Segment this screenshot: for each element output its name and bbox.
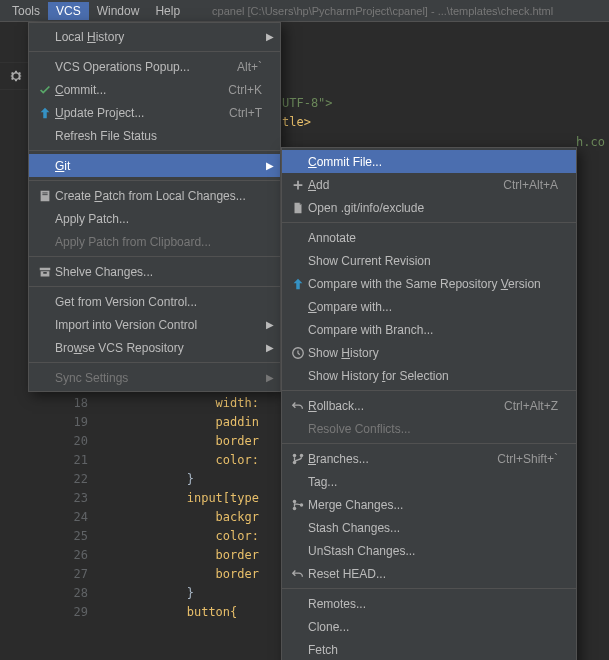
vcs-menu-item-update-project[interactable]: Update Project...Ctrl+T	[29, 101, 280, 124]
menu-separator	[29, 362, 280, 363]
git-menu-item-compare-with-the-same-repository-version[interactable]: Compare with the Same Repository Version	[282, 272, 576, 295]
menu-item-label: Apply Patch from Clipboard...	[55, 235, 262, 249]
shelve-icon	[35, 265, 55, 279]
svg-point-7	[293, 499, 297, 503]
vcs-menu-item-git[interactable]: Git▶	[29, 154, 280, 177]
menu-shortcut: Ctrl+Alt+Z	[504, 399, 558, 413]
menu-shortcut: Ctrl+T	[229, 106, 262, 120]
vcs-menu-item-shelve-changes[interactable]: Shelve Changes...	[29, 260, 280, 283]
git-menu-item-compare-with-branch[interactable]: Compare with Branch...	[282, 318, 576, 341]
submenu-arrow-icon: ▶	[266, 319, 274, 330]
git-menu-item-add[interactable]: AddCtrl+Alt+A	[282, 173, 576, 196]
git-menu-item-merge-changes[interactable]: Merge Changes...	[282, 493, 576, 516]
menu-item-label: Show History	[308, 346, 558, 360]
git-menu-item-stash-changes[interactable]: Stash Changes...	[282, 516, 576, 539]
submenu-arrow-icon: ▶	[266, 342, 274, 353]
submenu-arrow-icon: ▶	[266, 31, 274, 42]
menu-item-label: Create Patch from Local Changes...	[55, 189, 262, 203]
menu-separator	[282, 390, 576, 391]
file-icon	[288, 201, 308, 215]
vcs-menu-item-refresh-file-status[interactable]: Refresh File Status	[29, 124, 280, 147]
vcs-menu-item-browse-vcs-repository[interactable]: Browse VCS Repository▶	[29, 336, 280, 359]
menu-item-label: Tag...	[308, 475, 558, 489]
svg-rect-0	[41, 190, 50, 201]
git-menu-item-rollback[interactable]: Rollback...Ctrl+Alt+Z	[282, 394, 576, 417]
git-menu-item-fetch[interactable]: Fetch	[282, 638, 576, 660]
menu-item-label: Commit File...	[308, 155, 558, 169]
menu-separator	[282, 443, 576, 444]
menu-shortcut: Alt+`	[237, 60, 262, 74]
menu-separator	[29, 51, 280, 52]
menu-item-label: Refresh File Status	[55, 129, 262, 143]
code-fragment-right: h.co	[576, 135, 605, 149]
menu-item-label: Get from Version Control...	[55, 295, 262, 309]
vcs-menu-item-vcs-operations-popup[interactable]: VCS Operations Popup...Alt+`	[29, 55, 280, 78]
line-number: 26	[64, 546, 94, 565]
line-number: 25	[64, 527, 94, 546]
line-number: 29	[64, 603, 94, 622]
menu-window[interactable]: Window	[89, 2, 148, 20]
git-menu-item-compare-with[interactable]: Compare with...	[282, 295, 576, 318]
arrow-blue-icon	[35, 106, 55, 120]
vcs-menu-item-commit[interactable]: Commit...Ctrl+K	[29, 78, 280, 101]
menu-item-label: Show Current Revision	[308, 254, 558, 268]
menu-item-label: VCS Operations Popup...	[55, 60, 209, 74]
git-menu-item-annotate[interactable]: Annotate	[282, 226, 576, 249]
line-number: 27	[64, 565, 94, 584]
vcs-menu-item-import-into-version-control[interactable]: Import into Version Control▶	[29, 313, 280, 336]
line-number: 20	[64, 432, 94, 451]
menu-separator	[282, 222, 576, 223]
menu-item-label: Reset HEAD...	[308, 567, 558, 581]
menu-item-label: Apply Patch...	[55, 212, 262, 226]
git-menu-item-show-history[interactable]: Show History	[282, 341, 576, 364]
line-number: 21	[64, 451, 94, 470]
menu-vcs[interactable]: VCS	[48, 2, 89, 20]
menu-item-label: Compare with the Same Repository Version	[308, 277, 558, 291]
menu-separator	[29, 180, 280, 181]
git-menu-item-resolve-conflicts: Resolve Conflicts...	[282, 417, 576, 440]
vcs-menu-item-apply-patch[interactable]: Apply Patch...	[29, 207, 280, 230]
submenu-arrow-icon: ▶	[266, 160, 274, 171]
git-menu-item-clone[interactable]: Clone...	[282, 615, 576, 638]
menu-item-label: UnStash Changes...	[308, 544, 558, 558]
menu-shortcut: Ctrl+Shift+`	[497, 452, 558, 466]
menu-item-label: Compare with...	[308, 300, 558, 314]
line-number: 28	[64, 584, 94, 603]
git-menu-item-commit-file[interactable]: Commit File...	[282, 150, 576, 173]
vcs-menu: Local History▶VCS Operations Popup...Alt…	[28, 22, 281, 392]
menu-shortcut: Ctrl+Alt+A	[503, 178, 558, 192]
git-menu-item-remotes[interactable]: Remotes...	[282, 592, 576, 615]
menu-item-label: Remotes...	[308, 597, 558, 611]
git-menu-item-tag[interactable]: Tag...	[282, 470, 576, 493]
vcs-menu-item-create-patch-from-local-changes[interactable]: Create Patch from Local Changes...	[29, 184, 280, 207]
svg-rect-1	[42, 192, 47, 193]
vcs-menu-item-local-history[interactable]: Local History▶	[29, 25, 280, 48]
menu-separator	[282, 588, 576, 589]
git-menu-item-show-current-revision[interactable]: Show Current Revision	[282, 249, 576, 272]
menubar: Tools VCS Window Help cpanel [C:\Users\h…	[0, 0, 609, 22]
svg-point-4	[293, 453, 297, 457]
check-green-icon	[35, 83, 55, 97]
git-menu-item-branches[interactable]: Branches...Ctrl+Shift+`	[282, 447, 576, 470]
svg-point-5	[300, 453, 304, 457]
menu-item-label: Open .git/info/exclude	[308, 201, 558, 215]
svg-rect-2	[42, 194, 47, 195]
clock-icon	[288, 346, 308, 360]
branch-icon	[288, 452, 308, 466]
menu-item-label: Merge Changes...	[308, 498, 558, 512]
menu-item-label: Add	[308, 178, 475, 192]
git-menu-item-unstash-changes[interactable]: UnStash Changes...	[282, 539, 576, 562]
menu-item-label: Git	[55, 159, 262, 173]
vcs-menu-item-get-from-version-control[interactable]: Get from Version Control...	[29, 290, 280, 313]
submenu-arrow-icon: ▶	[266, 372, 274, 383]
arrow-blue-icon	[288, 277, 308, 291]
git-menu-item-reset-head[interactable]: Reset HEAD...	[282, 562, 576, 585]
menu-tools[interactable]: Tools	[4, 2, 48, 20]
menu-shortcut: Ctrl+K	[228, 83, 262, 97]
git-menu-item-open-git-info-exclude[interactable]: Open .git/info/exclude	[282, 196, 576, 219]
menu-help[interactable]: Help	[147, 2, 188, 20]
undo-icon	[288, 567, 308, 581]
git-menu-item-show-history-for-selection[interactable]: Show History for Selection	[282, 364, 576, 387]
menu-item-label: Sync Settings	[55, 371, 262, 385]
gutter: 1617181920212223242526272829	[64, 356, 94, 622]
